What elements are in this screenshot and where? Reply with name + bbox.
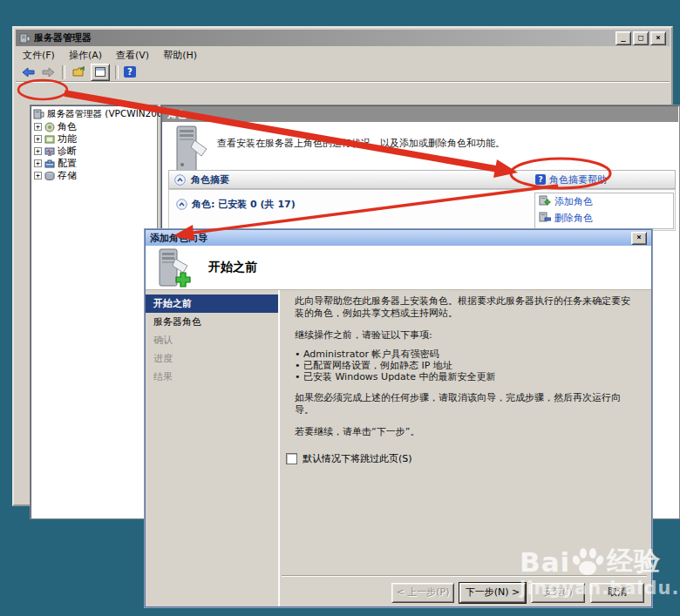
skip-page-option: 默认情况下将跳过此页(S) [286, 452, 412, 465]
add-roles-icon [539, 195, 551, 209]
wizard-body: 开始之前 服务器角色 确认 进度 结果 此向导帮助您在此服务器上安装角色。根据要… [146, 290, 651, 606]
close-button[interactable]: × [650, 31, 666, 45]
wizard-title: 添加角色向导 [150, 232, 207, 245]
back-button[interactable]: < 上一步(P) [391, 583, 454, 603]
roles-actions-panel: 添加角色 删除角色 [534, 193, 674, 229]
roles-icon [44, 122, 55, 132]
tree-item-label: 配置 [58, 157, 77, 170]
toolbar-separator [115, 65, 119, 79]
toolbar: ? [16, 63, 670, 82]
tree-root-label: 服务器管理器 (VPCWIN2008) [47, 108, 172, 120]
step-confirmation: 确认 [146, 331, 278, 349]
tree-item-roles[interactable]: + 角色 [31, 121, 157, 132]
diagnostics-icon [44, 146, 55, 157]
window-title: 服务器管理器 [34, 31, 92, 44]
tree-item-label: 诊断 [58, 145, 77, 158]
wizard-continue-hint: 若要继续，请单击“下一步”。 [295, 426, 637, 438]
step-results: 结果 [146, 368, 278, 386]
menu-bar: 文件(F) 操作(A) 查看(V) 帮助(H) [16, 47, 670, 63]
wizard-title-bar[interactable]: 添加角色向导 × [146, 230, 651, 246]
minimize-button[interactable]: _ [615, 31, 631, 45]
remove-roles-row[interactable]: 删除角色 [535, 210, 673, 227]
step-server-roles: 服务器角色 [146, 313, 278, 331]
add-roles-wizard-dialog: 添加角色向导 × 开始之前 开始之前 服务器角色 确认 进 [145, 229, 652, 607]
storage-icon [44, 171, 55, 181]
console-tree: 服务器管理器 (VPCWIN2008) + 角色 + 功能 + [30, 105, 158, 519]
toolbar-separator [62, 65, 65, 79]
expand-icon[interactable]: + [34, 147, 42, 155]
pane-header: 角色 [162, 106, 678, 122]
tree-item-label: 角色 [58, 120, 77, 133]
expand-icon[interactable]: + [34, 123, 42, 131]
roles-count-text: 角色: 已安装 0 (共 17) [192, 198, 296, 211]
tree-item-storage[interactable]: + 存储 [31, 170, 157, 181]
bullet-item: • 已配置网络设置，例如静态 IP 地址 [295, 360, 637, 371]
wizard-steps: 开始之前 服务器角色 确认 进度 结果 [146, 290, 278, 606]
roles-summary-title: 角色摘要 [191, 173, 229, 186]
maximize-button[interactable]: □ [633, 31, 649, 45]
pane-title: 角色 [167, 108, 187, 121]
roles-installed-line: 角色: 已安装 0 (共 17) [176, 198, 296, 211]
tree-item-features[interactable]: + 功能 [31, 133, 157, 145]
roles-summary-header: 角色摘要 ? 角色摘要帮助 [168, 170, 676, 189]
configuration-icon [44, 159, 55, 169]
tree-root-server-manager[interactable]: 服务器管理器 (VPCWIN2008) [31, 108, 157, 120]
wizard-note: 如果您必须完成上述的任何步骤，请取消该向导，完成步骤，然后再次运行向导。 [295, 392, 637, 416]
step-before-you-begin: 开始之前 [146, 294, 278, 313]
server-tower-icon [173, 125, 210, 177]
next-button[interactable]: 下一步(N) > [459, 583, 526, 603]
wizard-header: 开始之前 [146, 246, 651, 290]
expand-icon[interactable]: + [34, 172, 42, 179]
add-roles-row[interactable]: 添加角色 [535, 193, 673, 210]
menu-file[interactable]: 文件(F) [16, 48, 62, 63]
tree-item-diagnostics[interactable]: + 诊断 [31, 146, 157, 157]
bullet-item: • 已安装 Windows Update 中的最新安全更新 [295, 371, 637, 382]
wizard-content: 此向导帮助您在此服务器上安装角色。根据要求此服务器执行的任务来确定要安装的角色，… [280, 290, 651, 606]
expand-icon[interactable]: + [34, 159, 42, 167]
back-icon[interactable] [19, 64, 37, 80]
menu-help[interactable]: 帮助(H) [156, 48, 204, 63]
roles-summary-help[interactable]: ? 角色摘要帮助 [535, 173, 607, 186]
verify-heading: 继续操作之前，请验证以下事项: [295, 329, 637, 342]
wizard-page-title: 开始之前 [208, 260, 257, 275]
features-icon [44, 134, 55, 145]
server-manager-icon [19, 33, 31, 44]
menu-action[interactable]: 操作(A) [62, 48, 109, 63]
add-roles-link[interactable]: 添加角色 [554, 195, 593, 208]
roles-summary-help-link[interactable]: 角色摘要帮助 [549, 173, 607, 186]
collapse-chevron-icon[interactable] [174, 174, 186, 186]
menu-view[interactable]: 查看(V) [109, 48, 156, 63]
expand-icon[interactable]: + [34, 135, 42, 143]
skip-page-checkbox[interactable] [286, 453, 297, 464]
desktop: 服务器管理器 _ □ × 文件(F) 操作(A) 查看(V) 帮助(H) [0, 0, 680, 616]
title-bar[interactable]: 服务器管理器 _ □ × [16, 30, 670, 46]
install-button[interactable]: 安装(I) [531, 583, 585, 603]
export-icon[interactable] [71, 64, 88, 80]
cancel-button[interactable]: 取消 [590, 583, 644, 603]
wizard-buttons: < 上一步(P) 下一步(N) > 安装(I) 取消 [391, 583, 644, 603]
forward-icon[interactable] [39, 64, 57, 80]
show-window-icon[interactable] [91, 64, 110, 81]
tree-item-label: 存储 [58, 169, 77, 182]
help-icon[interactable]: ? [124, 66, 136, 78]
collapse-chevron-icon[interactable] [176, 199, 187, 210]
add-role-server-icon [154, 248, 194, 292]
skip-page-label[interactable]: 默认情况下将跳过此页(S) [303, 452, 412, 465]
wizard-intro: 此向导帮助您在此服务器上安装角色。根据要求此服务器执行的任务来确定要安装的角色，… [295, 295, 637, 320]
pane-description: 查看安装在服务器上角色的运行状况，以及添加或删除角色和功能。 [217, 137, 665, 150]
tree-item-configuration[interactable]: + 配置 [31, 158, 157, 169]
remove-roles-icon [539, 212, 551, 226]
buttons-separator [282, 575, 647, 576]
server-manager-icon [33, 109, 44, 119]
step-progress: 进度 [146, 349, 278, 368]
tree-item-label: 功能 [58, 132, 77, 146]
roles-summary-body: 角色: 已安装 0 (共 17) 添加角色 删除角色 [168, 189, 676, 231]
bullet-item: • Administrator 帐户具有强密码 [295, 349, 637, 360]
remove-roles-link[interactable]: 删除角色 [554, 212, 593, 225]
close-icon[interactable]: × [631, 232, 647, 245]
help-icon: ? [535, 174, 546, 185]
